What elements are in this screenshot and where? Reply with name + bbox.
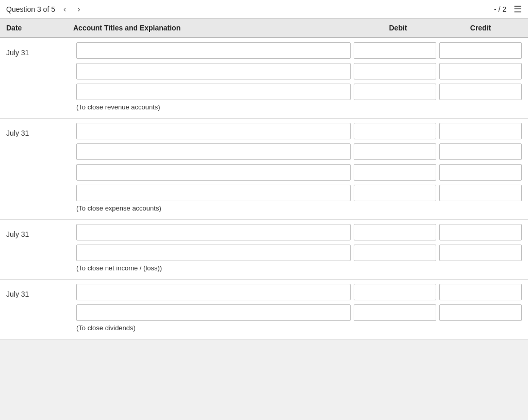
debit-input-wrapper-2-1 (354, 123, 436, 139)
credit-input-wrapper-1-1 (439, 42, 522, 59)
credit-input-wrapper-2-4 (439, 185, 522, 201)
debit-input-4-2[interactable] (354, 304, 436, 321)
entry-row (6, 185, 522, 201)
account-input-2-3[interactable] (76, 164, 351, 181)
date-cell-4: July 31 (6, 288, 73, 298)
account-input-wrapper-2-4 (76, 185, 351, 201)
date-cell-empty (6, 249, 73, 251)
top-bar-left: Question 3 of 5 ‹ › (6, 4, 84, 15)
credit-input-wrapper-2-3 (439, 164, 522, 181)
account-input-wrapper-2-1 (76, 123, 351, 139)
credit-input-wrapper-2-2 (439, 143, 522, 160)
credit-input-2-3[interactable] (439, 164, 522, 181)
col-account-header: Account Titles and Explanation (73, 24, 357, 32)
debit-input-1-2[interactable] (354, 63, 436, 79)
credit-input-wrapper-3-1 (439, 224, 522, 240)
question-label: Question 3 of 5 (6, 5, 55, 13)
account-input-2-2[interactable] (76, 143, 351, 160)
entry-row (6, 84, 522, 100)
account-input-2-1[interactable] (76, 123, 351, 139)
debit-input-2-2[interactable] (354, 143, 436, 160)
entry-row (6, 164, 522, 181)
entry-row: July 31 (6, 284, 522, 300)
credit-input-1-2[interactable] (439, 63, 522, 79)
credit-input-2-2[interactable] (439, 143, 522, 160)
account-input-wrapper-1-1 (76, 42, 351, 59)
debit-input-2-4[interactable] (354, 185, 436, 201)
account-input-3-1[interactable] (76, 224, 351, 240)
debit-input-3-2[interactable] (354, 245, 436, 261)
list-icon[interactable]: ☰ (514, 4, 522, 15)
credit-input-1-3[interactable] (439, 84, 522, 100)
debit-input-1-3[interactable] (354, 84, 436, 100)
credit-input-wrapper-1-2 (439, 63, 522, 79)
debit-input-wrapper-3-2 (354, 245, 436, 261)
account-input-wrapper-3-1 (76, 224, 351, 240)
credit-input-2-4[interactable] (439, 185, 522, 201)
date-cell-empty (6, 148, 73, 150)
debit-input-wrapper-4-1 (354, 284, 436, 300)
account-input-4-2[interactable] (76, 304, 351, 321)
debit-input-1-1[interactable] (354, 42, 436, 59)
credit-input-wrapper-4-2 (439, 304, 522, 321)
credit-input-3-2[interactable] (439, 245, 522, 261)
entry-row: July 31 (6, 42, 522, 59)
account-input-wrapper-3-2 (76, 245, 351, 261)
main-content: Date Account Titles and Explanation Debi… (0, 19, 528, 340)
date-cell-empty (6, 189, 73, 191)
top-bar-right: - / 2 ☰ (494, 4, 522, 15)
debit-input-wrapper-4-2 (354, 304, 436, 321)
account-input-1-1[interactable] (76, 42, 351, 59)
credit-input-3-1[interactable] (439, 224, 522, 240)
credit-input-1-1[interactable] (439, 42, 522, 59)
debit-input-wrapper-1-3 (354, 84, 436, 100)
next-button[interactable]: › (74, 4, 83, 15)
credit-input-4-2[interactable] (439, 304, 522, 321)
entry-section-2: July 31 (0, 123, 528, 220)
date-cell-empty (6, 88, 73, 90)
date-cell-empty (6, 309, 73, 311)
debit-input-wrapper-1-1 (354, 42, 436, 59)
note-text-3: (To close net income / (loss)) (73, 264, 522, 272)
score-label: - / 2 (494, 5, 506, 13)
account-input-3-2[interactable] (76, 245, 351, 261)
date-cell-1: July 31 (6, 46, 73, 57)
account-input-wrapper-2-3 (76, 164, 351, 181)
account-input-wrapper-1-3 (76, 84, 351, 100)
top-bar: Question 3 of 5 ‹ › - / 2 ☰ (0, 0, 528, 19)
credit-input-2-1[interactable] (439, 123, 522, 139)
entry-row: July 31 (6, 123, 522, 139)
entry-row (6, 143, 522, 160)
entry-row (6, 245, 522, 261)
credit-input-wrapper-3-2 (439, 245, 522, 261)
debit-input-wrapper-1-2 (354, 63, 436, 79)
col-debit-header: Debit (357, 24, 439, 32)
debit-input-wrapper-2-2 (354, 143, 436, 160)
debit-input-4-1[interactable] (354, 284, 436, 300)
account-input-wrapper-4-2 (76, 304, 351, 321)
date-cell-empty (6, 67, 73, 69)
prev-button[interactable]: ‹ (60, 4, 69, 15)
entry-row (6, 63, 522, 79)
debit-input-wrapper-2-3 (354, 164, 436, 181)
col-date-header: Date (6, 24, 73, 32)
entry-section-4: July 31 (To close dividends) (0, 284, 528, 340)
debit-input-2-1[interactable] (354, 123, 436, 139)
debit-input-2-3[interactable] (354, 164, 436, 181)
account-input-4-1[interactable] (76, 284, 351, 300)
account-input-1-3[interactable] (76, 84, 351, 100)
entry-row (6, 304, 522, 321)
entry-section-3: July 31 (To close net income / (0, 224, 528, 280)
account-input-2-4[interactable] (76, 185, 351, 201)
credit-input-wrapper-4-1 (439, 284, 522, 300)
note-text-4: (To close dividends) (73, 324, 522, 332)
account-input-1-2[interactable] (76, 63, 351, 79)
table-header: Date Account Titles and Explanation Debi… (0, 19, 528, 38)
credit-input-4-1[interactable] (439, 284, 522, 300)
account-input-wrapper-2-2 (76, 143, 351, 160)
credit-input-wrapper-1-3 (439, 84, 522, 100)
account-input-wrapper-1-2 (76, 63, 351, 79)
account-input-wrapper-4-1 (76, 284, 351, 300)
date-cell-2: July 31 (6, 127, 73, 137)
debit-input-3-1[interactable] (354, 224, 436, 240)
